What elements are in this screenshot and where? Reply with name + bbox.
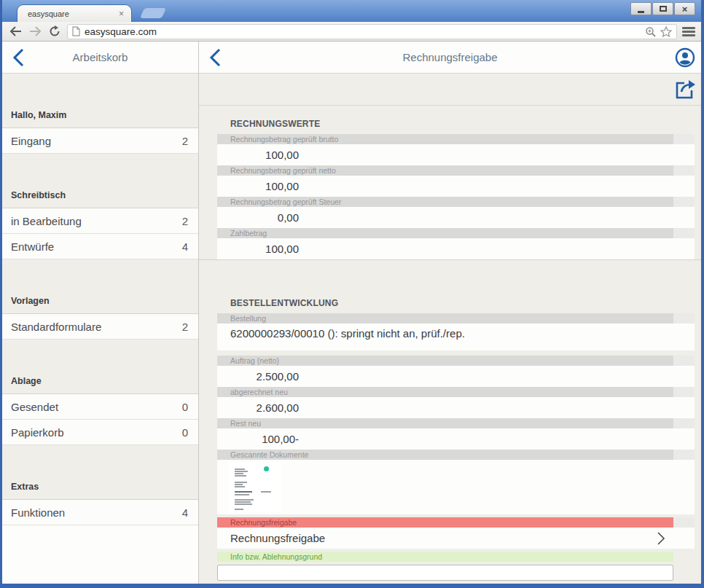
sidebar-item-funktionen[interactable]: Funktionen 4 — [2, 500, 198, 525]
sidebar-item-label: Eingang — [11, 135, 182, 147]
scrollbar-gutter — [673, 356, 695, 366]
window-close-button[interactable]: × — [674, 2, 695, 15]
field-value-abgerechnet: 2.600,00 — [217, 397, 695, 418]
scrollbar-gutter — [673, 517, 695, 528]
zoom-icon[interactable] — [645, 26, 656, 37]
page-icon — [72, 26, 80, 36]
main-action-bar — [199, 74, 701, 106]
sidebar-item-gesendet[interactable]: Gesendet 0 — [2, 394, 198, 420]
sidebar-group-extras: Extras — [2, 445, 198, 500]
sidebar-header: Arbeitskorb — [2, 42, 198, 74]
scrollbar-gutter — [673, 197, 695, 207]
form-content: RECHNUNGSWERTE Rechnungsbetrag geprüft b… — [199, 106, 701, 584]
field-label-row: Bestellung — [217, 313, 695, 324]
field-value-rest: 100,00- — [217, 428, 695, 450]
url-text[interactable]: easysquare.com — [85, 26, 641, 37]
sidebar-item-eingang[interactable]: Eingang 2 — [2, 128, 198, 154]
window-maximize-button[interactable] — [652, 2, 673, 15]
scrollbar-gutter — [673, 313, 695, 324]
field-label-red: Rechnungsfreigabe — [217, 517, 673, 528]
back-button[interactable] — [8, 24, 23, 39]
field-value-steuer: 0,00 — [217, 207, 695, 228]
field-label-row: Rechnungsbetrag geprüft Steuer — [217, 197, 695, 207]
sidebar-title: Arbeitskorb — [2, 51, 198, 63]
chevron-right-icon — [657, 531, 665, 546]
field-label-row: Rechnungsbetrag geprüft netto — [217, 165, 695, 176]
tab-title: easysquare — [28, 9, 117, 18]
sidebar-item-count: 0 — [182, 426, 188, 439]
sidebar-item-count: 2 — [182, 321, 188, 333]
field-label: Auftrag (netto) — [217, 356, 673, 366]
forward-button[interactable] — [28, 24, 42, 39]
sidebar-group-schreibtisch: Schreibtisch — [2, 154, 198, 208]
field-value-text: 0,00 — [217, 207, 299, 228]
field-label-green: Info bzw. Ablehnungsgrund — [217, 552, 673, 562]
field-label: abgerechnet neu — [217, 387, 673, 397]
browser-window: easysquare × × easysquare.com — [0, 0, 704, 588]
scrollbar-gutter — [673, 387, 695, 397]
field-value-bestellung: 6200000293/00010 (): springt nicht an, p… — [217, 324, 695, 350]
tab-close-icon[interactable]: × — [117, 9, 125, 18]
field-label-row: abgerechnet neu — [217, 387, 695, 397]
bookmark-star-icon[interactable] — [660, 26, 672, 37]
field-label: Rest neu — [217, 418, 673, 428]
field-value-netto: 100,00 — [217, 176, 695, 197]
sidebar-item-label: Papierkorb — [11, 426, 182, 439]
field-value-text: 100,00 — [217, 238, 299, 259]
sidebar-item-label: in Bearbeitung — [11, 215, 182, 227]
document-thumbnail[interactable] — [229, 463, 281, 512]
section-title-bestellentwicklung: BESTELLENTWICKLUNG — [217, 298, 695, 313]
easysquare-app: Arbeitskorb Hallo, Maxim Eingang 2 Schre… — [2, 42, 701, 584]
address-bar[interactable]: easysquare.com — [67, 24, 677, 39]
sidebar-item-entwuerfe[interactable]: Entwürfe 4 — [2, 234, 198, 259]
window-minimize-button[interactable] — [630, 2, 652, 15]
refresh-button[interactable] — [47, 24, 62, 39]
field-value-text: 2.600,00 — [217, 397, 299, 418]
rechnungsfreigabe-value: Rechnungsfreigabe — [217, 528, 657, 549]
info-input[interactable] — [217, 565, 673, 581]
sidebar-item-count: 2 — [182, 215, 188, 227]
scrollbar-gutter — [673, 552, 695, 562]
main-header: Rechnungsfreigabe — [199, 42, 701, 74]
maximize-icon — [660, 6, 667, 12]
field-label-row: Auftrag (netto) — [217, 356, 695, 366]
field-label: Gescannte Dokumente — [217, 450, 673, 460]
sidebar-item-count: 4 — [182, 506, 188, 519]
sidebar-group-greeting: Hallo, Maxim — [2, 74, 198, 128]
new-tab-button[interactable] — [140, 8, 167, 18]
sidebar-group-ablage: Ablage — [2, 340, 198, 394]
field-value-brutto: 100,00 — [217, 144, 695, 165]
share-icon[interactable] — [674, 79, 696, 101]
scrollbar-gutter — [673, 450, 695, 460]
sidebar-item-in-bearbeitung[interactable]: in Bearbeitung 2 — [2, 208, 198, 234]
sidebar-item-label: Funktionen — [11, 506, 182, 519]
field-label-row: Zahlbetrag — [217, 228, 695, 238]
minimize-icon — [638, 11, 644, 13]
field-label-row: Gescannte Dokumente — [217, 450, 695, 460]
sidebar-item-papierkorb[interactable]: Papierkorb 0 — [2, 420, 198, 445]
field-value-text: 100,00 — [217, 144, 299, 165]
scanned-documents-row — [217, 460, 695, 514]
browser-tab[interactable]: easysquare × — [17, 4, 132, 22]
field-label-row-rechnungsfreigabe: Rechnungsfreigabe — [217, 517, 695, 528]
browser-toolbar: easysquare.com — [2, 22, 701, 42]
main-pane: Rechnungsfreigabe — [199, 42, 701, 584]
field-label: Zahlbetrag — [217, 228, 673, 238]
sidebar-item-label: Gesendet — [11, 401, 182, 413]
scrollbar-gutter — [673, 418, 695, 428]
section-title-rechnungswerte: RECHNUNGSWERTE — [217, 106, 695, 134]
field-label: Rechnungsbetrag geprüft netto — [217, 165, 673, 176]
field-value-text: 100,00 — [217, 176, 299, 197]
rechnungsfreigabe-link-row[interactable]: Rechnungsfreigabe — [217, 528, 695, 549]
sidebar-item-count: 4 — [182, 240, 188, 253]
browser-menu-icon[interactable] — [682, 27, 695, 36]
sidebar-item-standardformulare[interactable]: Standardformulare 2 — [2, 314, 198, 340]
field-label: Rechnungsbetrag geprüft Steuer — [217, 197, 673, 207]
field-value-zahlbetrag: 100,00 — [217, 238, 695, 259]
field-label: Bestellung — [217, 313, 673, 324]
main-back-icon[interactable] — [209, 48, 221, 67]
close-icon: × — [682, 4, 688, 14]
sidebar-back-icon[interactable] — [12, 48, 24, 67]
sidebar-body: Hallo, Maxim Eingang 2 Schreibtisch in B… — [2, 74, 198, 584]
user-account-icon[interactable] — [675, 47, 695, 68]
